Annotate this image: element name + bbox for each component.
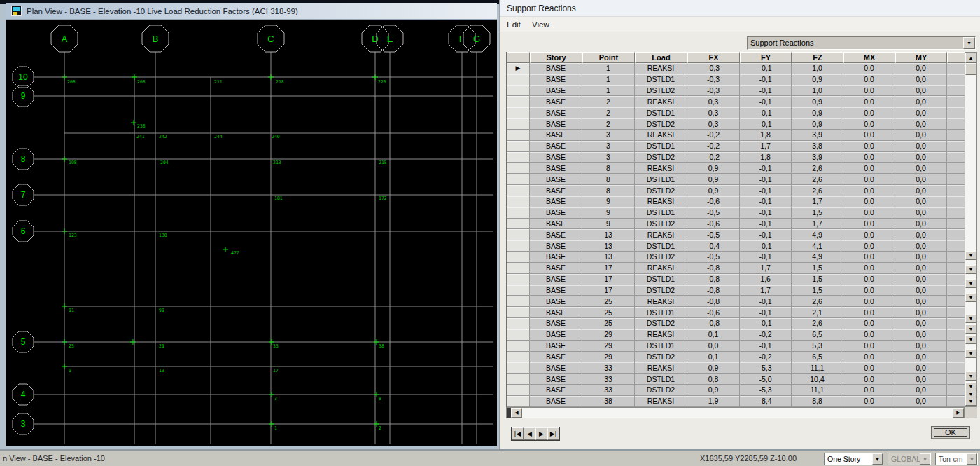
table-cell[interactable]: BASE: [530, 130, 582, 141]
table-row[interactable]: BASE8REAKSI0,9-0,12,60,00,0: [507, 163, 965, 174]
table-cell[interactable]: 2: [582, 118, 635, 130]
table-cell[interactable]: 0,3: [687, 96, 740, 107]
table-cell[interactable]: 0,0: [844, 240, 895, 252]
row-selector[interactable]: [507, 174, 530, 185]
table-cell[interactable]: 4,9: [792, 229, 844, 240]
table-cell[interactable]: 0,0: [895, 285, 947, 296]
table-cell[interactable]: 3,8: [792, 141, 844, 152]
table-cell[interactable]: -0,1: [740, 207, 792, 219]
table-row[interactable]: BASE2DSTLD10,3-0,10,90,00,0: [507, 107, 965, 118]
row-selector[interactable]: [507, 229, 530, 240]
table-cell[interactable]: 33: [582, 385, 635, 396]
table-cell[interactable]: 3,9: [792, 130, 844, 141]
table-cell[interactable]: 6,5: [792, 352, 844, 363]
table-cell[interactable]: 1,5: [792, 274, 844, 285]
table-row[interactable]: BASE13REAKSI-0,5-0,14,90,00,0: [507, 229, 965, 240]
table-cell[interactable]: DSTLD1: [635, 341, 687, 352]
table-cell[interactable]: -0,2: [740, 329, 792, 341]
table-cell[interactable]: 0,0: [895, 396, 947, 407]
row-selector[interactable]: [507, 240, 530, 252]
row-selector[interactable]: [507, 385, 530, 396]
table-cell[interactable]: 10,4: [792, 374, 844, 385]
table-cell[interactable]: BASE: [530, 341, 582, 352]
table-cell[interactable]: 0,0: [844, 274, 895, 285]
table-row[interactable]: BASE3REAKSI-0,21,83,90,00,0: [507, 130, 965, 141]
scroll-down-icon[interactable]: ▼: [965, 349, 976, 358]
table-row[interactable]: ▶BASE1REAKSI-0,3-0,11,00,00,0: [507, 63, 965, 74]
table-cell[interactable]: 0,0: [844, 285, 895, 296]
row-selector[interactable]: [507, 362, 530, 374]
table-cell[interactable]: DSTLD2: [635, 118, 687, 130]
table-cell[interactable]: DSTLD2: [635, 352, 687, 363]
column-header-point[interactable]: Point: [582, 52, 635, 63]
table-cell[interactable]: 0,0: [895, 307, 947, 318]
table-cell[interactable]: 9: [582, 207, 635, 219]
table-cell[interactable]: 13: [582, 240, 635, 252]
table-cell[interactable]: -5,0: [740, 374, 792, 385]
table-row[interactable]: BASE9DSTLD2-0,6-0,11,70,00,0: [507, 219, 965, 230]
table-cell[interactable]: 0,0: [844, 196, 895, 207]
table-cell[interactable]: 3,9: [792, 152, 844, 163]
table-cell[interactable]: BASE: [530, 118, 582, 130]
table-cell[interactable]: 0,0: [844, 185, 895, 196]
scroll-down-icon[interactable]: ▼: [965, 279, 976, 288]
row-selector[interactable]: [507, 130, 530, 141]
table-cell[interactable]: 0,0: [687, 341, 740, 352]
table-cell[interactable]: 17: [582, 263, 635, 274]
table-cell[interactable]: 3: [582, 141, 635, 152]
table-cell[interactable]: 2: [582, 96, 635, 107]
row-selector[interactable]: [507, 396, 530, 407]
table-cell[interactable]: BASE: [530, 296, 582, 307]
horizontal-scrollbar[interactable]: ◀ ▶: [506, 407, 965, 418]
table-cell[interactable]: 33: [582, 374, 635, 385]
table-cell[interactable]: 0,3: [687, 107, 740, 118]
table-cell[interactable]: 0,0: [895, 196, 947, 207]
table-cell[interactable]: 0,9: [792, 118, 844, 130]
table-cell[interactable]: BASE: [530, 63, 582, 74]
next-record-button[interactable]: ▶: [536, 427, 547, 440]
table-row[interactable]: BASE17REAKSI-0,81,71,50,00,0: [507, 263, 965, 274]
table-cell[interactable]: DSTLD2: [635, 152, 687, 163]
row-selector[interactable]: [507, 252, 530, 263]
table-cell[interactable]: BASE: [530, 185, 582, 196]
table-cell[interactable]: -0,1: [740, 96, 792, 107]
table-cell[interactable]: -0,1: [740, 341, 792, 352]
table-cell[interactable]: 0,0: [844, 362, 895, 374]
column-header-my[interactable]: MY: [895, 52, 947, 63]
table-cell[interactable]: 9: [582, 219, 635, 230]
table-cell[interactable]: 2,6: [792, 174, 844, 185]
row-selector[interactable]: [507, 352, 530, 363]
row-selector[interactable]: [507, 219, 530, 230]
menu-edit[interactable]: Edit: [507, 20, 521, 29]
table-cell[interactable]: REAKSI: [635, 229, 687, 240]
table-cell[interactable]: 0,0: [895, 318, 947, 329]
table-cell[interactable]: 1,5: [792, 263, 844, 274]
table-cell[interactable]: 8: [582, 185, 635, 196]
column-header-fy[interactable]: FY: [740, 52, 792, 63]
table-cell[interactable]: BASE: [530, 163, 582, 174]
table-row[interactable]: BASE29REAKSI0,1-0,26,50,00,0: [507, 329, 965, 341]
table-cell[interactable]: BASE: [530, 85, 582, 97]
row-selector[interactable]: [507, 307, 530, 318]
table-cell[interactable]: DSTLD2: [635, 185, 687, 196]
row-selector[interactable]: [507, 152, 530, 163]
units-combo[interactable]: Ton-cm ▼: [935, 453, 978, 465]
table-cell[interactable]: 1,8: [740, 130, 792, 141]
table-cell[interactable]: 0,0: [895, 296, 947, 307]
table-cell[interactable]: 0,0: [844, 118, 895, 130]
table-cell[interactable]: 0,9: [792, 74, 844, 85]
coordinate-system-combo[interactable]: GLOBAL ▼: [888, 453, 931, 465]
table-cell[interactable]: 8,8: [792, 396, 844, 407]
table-cell[interactable]: 1,5: [792, 285, 844, 296]
table-cell[interactable]: 1,7: [740, 285, 792, 296]
table-cell[interactable]: -0,1: [740, 107, 792, 118]
chevron-down-icon[interactable]: ▼: [920, 453, 930, 465]
scroll-down-icon[interactable]: ▼: [965, 314, 976, 323]
table-cell[interactable]: 29: [582, 341, 635, 352]
chevron-down-icon[interactable]: ▼: [967, 453, 977, 465]
plan-canvas[interactable]: ABCDEFG109876543206208211218220238241242…: [6, 20, 497, 446]
table-cell[interactable]: 33: [582, 362, 635, 374]
table-cell[interactable]: REAKSI: [635, 130, 687, 141]
table-cell[interactable]: 1: [582, 63, 635, 74]
table-cell[interactable]: 17: [582, 285, 635, 296]
